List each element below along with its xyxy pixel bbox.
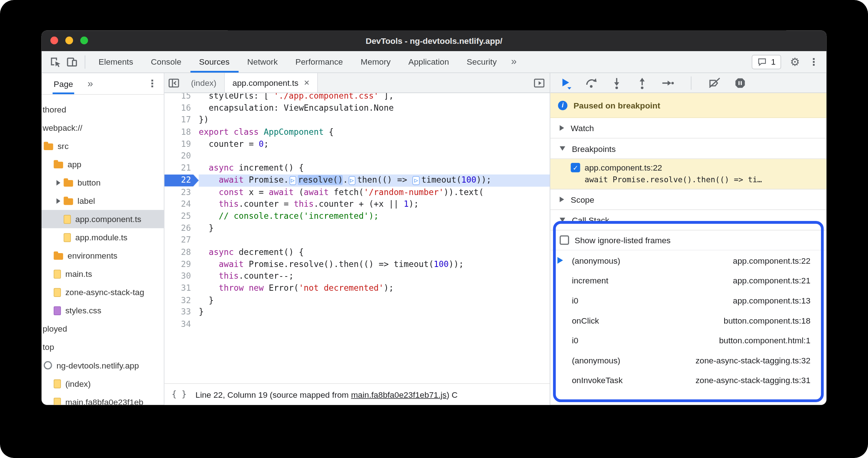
gutter-line-26[interactable]: 26 <box>164 222 199 234</box>
pretty-print-icon[interactable]: { } <box>172 389 187 399</box>
tab-console[interactable]: Console <box>142 51 190 73</box>
tab-application[interactable]: Application <box>399 51 458 73</box>
code-line-33[interactable]: 33} <box>164 306 550 318</box>
tree-item-app.component.ts[interactable]: app.component.ts <box>42 210 164 228</box>
gutter-line-20[interactable]: 20 <box>164 150 199 163</box>
call-stack-section-header[interactable]: Call Stack <box>550 210 827 230</box>
tab-memory[interactable]: Memory <box>352 51 400 73</box>
call-stack-frame[interactable]: (anonymous)app.component.ts:22 <box>550 251 827 271</box>
watch-section-header[interactable]: Watch <box>550 118 827 138</box>
settings-gear-icon[interactable]: ⚙ <box>790 56 800 67</box>
step-into-icon[interactable] <box>610 76 623 89</box>
tree-item-app.module.ts[interactable]: app.module.ts <box>42 228 164 247</box>
gutter-line-31[interactable]: 31 <box>164 282 199 294</box>
code-line-16[interactable]: 16 encapsulation: ViewEncapsulation.None <box>164 102 550 114</box>
call-stack-frame[interactable]: i0button.component.html:1 <box>550 330 827 350</box>
code-line-23[interactable]: 23 const x = await (await fetch('/random… <box>164 186 550 198</box>
gutter-line-30[interactable]: 30 <box>164 271 199 283</box>
call-stack-frame[interactable]: onClickbutton.component.ts:18 <box>550 310 827 330</box>
breakpoint-checkbox[interactable]: ✓ <box>571 163 580 172</box>
gutter-line-34[interactable]: 34 <box>164 318 199 331</box>
tab-network[interactable]: Network <box>238 51 287 73</box>
gutter-line-24[interactable]: 24 <box>164 198 199 210</box>
tree-item-environments[interactable]: environments <box>42 247 164 265</box>
navigator-more-tabs-icon[interactable]: » <box>88 78 93 89</box>
tab-performance[interactable]: Performance <box>287 51 352 73</box>
breakpoint-marker-gutter[interactable]: 22 <box>164 174 199 186</box>
code-line-32[interactable]: 32 } <box>164 294 550 306</box>
code-line-17[interactable]: 17}) <box>164 114 550 126</box>
gutter-line-33[interactable]: 33 <box>164 306 199 318</box>
expand-arrow-icon[interactable] <box>57 198 61 203</box>
code-line-21[interactable]: 21 async increment() { <box>164 163 550 175</box>
gutter-line-15[interactable]: 15 <box>164 93 199 102</box>
editor-tab-app-component[interactable]: app.component.ts × <box>225 73 318 92</box>
code-line-29[interactable]: 29 await Promise.resolve().then(() => ti… <box>164 259 550 271</box>
breakpoints-section-header[interactable]: Breakpoints <box>550 138 827 159</box>
call-stack-frame[interactable]: onInvokeTaskzone-async-stack-tagging.ts:… <box>550 370 827 390</box>
gutter-line-29[interactable]: 29 <box>164 259 199 271</box>
tab-security[interactable]: Security <box>458 51 506 73</box>
tree-item-button[interactable]: button <box>42 173 164 192</box>
source-map-link[interactable]: main.fa8bfa0e23f1eb71.js <box>351 390 447 399</box>
tree-item-main.fa8bfa0e23f1eb[interactable]: main.fa8bfa0e23f1eb <box>42 393 164 405</box>
code-line-19[interactable]: 19 counter = 0; <box>164 138 550 150</box>
gutter-line-23[interactable]: 23 <box>164 186 199 198</box>
code-line-26[interactable]: 26 } <box>164 222 550 234</box>
gutter-line-27[interactable]: 27 <box>164 234 199 247</box>
zoom-window-button[interactable] <box>80 37 88 44</box>
code-line-28[interactable]: 28 async decrement() { <box>164 247 550 259</box>
code-line-18[interactable]: 18export class AppComponent { <box>164 126 550 138</box>
tree-item-main.ts[interactable]: main.ts <box>42 265 164 283</box>
call-stack-frame[interactable]: incrementapp.component.ts:21 <box>550 270 827 290</box>
device-toolbar-icon[interactable] <box>64 53 80 70</box>
code-line-34[interactable]: 34 <box>164 318 550 331</box>
code-line-25[interactable]: 25 // console.trace('incremented'); <box>164 210 550 222</box>
scope-section-header[interactable]: Scope <box>550 190 827 210</box>
expand-arrow-icon[interactable] <box>57 180 61 185</box>
gutter-line-17[interactable]: 17 <box>164 114 199 126</box>
code-line-24[interactable]: 24 this.counter = this.counter + (+x || … <box>164 198 550 210</box>
tree-item-label[interactable]: label <box>42 192 164 210</box>
toggle-debugger-sidebar-icon[interactable] <box>533 73 549 92</box>
gutter-line-28[interactable]: 28 <box>164 247 199 259</box>
step-out-icon[interactable] <box>635 76 649 89</box>
minimize-window-button[interactable] <box>65 37 73 44</box>
code-line-27[interactable]: 27 <box>164 234 550 247</box>
issues-counter[interactable]: 1 <box>752 54 781 69</box>
gutter-line-21[interactable]: 21 <box>164 163 199 175</box>
gutter-line-18[interactable]: 18 <box>164 126 199 138</box>
tree-item-app[interactable]: app <box>42 155 164 173</box>
navigator-menu-icon[interactable]: ⋮ <box>147 77 157 89</box>
tree-item-zone-async-stack-tag[interactable]: zone-async-stack-tag <box>42 283 164 301</box>
tree-item-top[interactable]: top <box>42 338 164 356</box>
tree-item-ng-devtools.netlify.app[interactable]: ng-devtools.netlify.app <box>42 356 164 374</box>
tab-page[interactable]: Page <box>53 73 74 94</box>
source-editor[interactable]: 15 styleUrls: [ './app.component.css' ],… <box>164 93 550 383</box>
call-stack-frame[interactable]: i0app.component.ts:13 <box>550 290 827 310</box>
pause-on-exceptions-icon[interactable] <box>733 76 746 89</box>
code-line-31[interactable]: 31 throw new Error('not decremented'); <box>164 282 550 294</box>
code-line-15[interactable]: 15 styleUrls: [ './app.component.css' ], <box>164 93 550 102</box>
inspect-element-icon[interactable] <box>47 53 64 70</box>
close-tab-icon[interactable]: × <box>304 77 310 88</box>
toggle-navigator-icon[interactable] <box>164 73 183 92</box>
code-line-30[interactable]: 30 this.counter--; <box>164 271 550 283</box>
gutter-line-19[interactable]: 19 <box>164 138 199 150</box>
tab-elements[interactable]: Elements <box>90 51 142 73</box>
tree-item-webpack-[interactable]: webpack:// <box>42 119 164 137</box>
step-over-icon[interactable] <box>585 76 598 89</box>
tree-item-ployed[interactable]: ployed <box>42 320 164 338</box>
editor-tab-index[interactable]: (index) <box>183 73 225 92</box>
tree-item--index-[interactable]: (index) <box>42 374 164 393</box>
tab-sources[interactable]: Sources <box>190 51 238 73</box>
gutter-line-25[interactable]: 25 <box>164 210 199 222</box>
main-menu-icon[interactable]: ⋮ <box>809 57 819 66</box>
close-window-button[interactable] <box>50 37 58 44</box>
call-stack-frame[interactable]: (anonymous)zone-async-stack-tagging.ts:3… <box>550 350 827 370</box>
tree-item-thored[interactable]: thored <box>42 100 164 119</box>
gutter-line-16[interactable]: 16 <box>164 102 199 114</box>
code-line-20[interactable]: 20 <box>164 150 550 163</box>
resume-script-icon[interactable] <box>559 76 572 89</box>
tree-item-styles.css[interactable]: styles.css <box>42 301 164 320</box>
